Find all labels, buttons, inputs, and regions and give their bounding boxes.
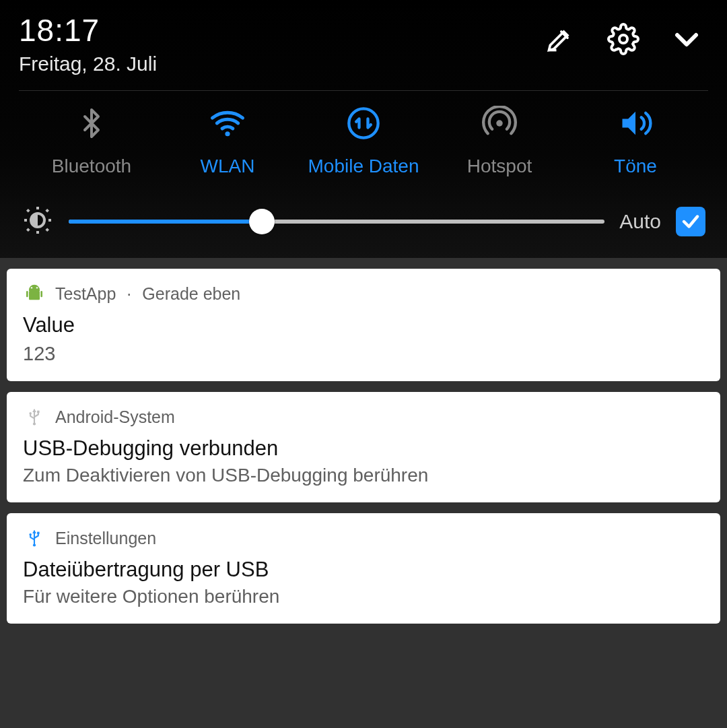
quick-settings-row: Bluetooth WLAN Mobile Daten Hotspot Töne [19, 103, 708, 177]
edit-icon[interactable] [543, 22, 578, 57]
notification-header: Einstellungen [23, 527, 704, 550]
notification-title: Dateiübertragung per USB [23, 558, 704, 582]
svg-point-8 [31, 287, 32, 288]
svg-point-3 [349, 108, 378, 137]
notification-header: TestApp · Gerade eben [23, 282, 704, 305]
notification-body: Für weitere Optionen berühren [23, 586, 704, 607]
usb-icon [23, 527, 46, 550]
notification-title: USB-Debugging verbunden [23, 436, 704, 461]
qs-tile-wlan[interactable]: WLAN [167, 103, 288, 177]
divider [19, 90, 708, 91]
mobile-data-icon [343, 103, 384, 143]
svg-rect-11 [40, 291, 42, 297]
slider-fill [69, 220, 262, 224]
header-icons [543, 12, 708, 57]
brightness-row: Auto [19, 204, 708, 243]
status-time: 18:17 [19, 12, 157, 48]
svg-rect-21 [37, 532, 40, 535]
notification-body: Zum Deaktivieren von USB-Debugging berüh… [23, 465, 704, 486]
qs-label: Mobile Daten [308, 156, 419, 177]
svg-point-18 [33, 543, 36, 546]
clock-block: 18:17 Freitag, 28. Juli [19, 12, 157, 75]
notification-time-label: Gerade eben [142, 284, 240, 304]
svg-point-13 [33, 422, 36, 425]
gear-icon[interactable] [606, 22, 641, 57]
qs-tile-hotspot[interactable]: Hotspot [439, 103, 560, 177]
svg-rect-7 [29, 291, 40, 300]
notification-app-name: Android-System [55, 407, 175, 427]
slider-thumb[interactable] [249, 209, 275, 234]
status-row: 18:17 Freitag, 28. Juli [19, 12, 708, 75]
notification-app-name: Einstellungen [55, 529, 156, 548]
status-date: Freitag, 28. Juli [19, 53, 157, 75]
auto-brightness-label: Auto [619, 210, 661, 233]
qs-label: Hotspot [467, 156, 532, 177]
qs-tile-mobile-data[interactable]: Mobile Daten [303, 103, 424, 177]
android-icon [23, 282, 46, 305]
usb-icon [23, 405, 46, 428]
quick-settings-panel: 18:17 Freitag, 28. Juli Bluetooth [0, 0, 727, 258]
notification-card[interactable]: TestApp · Gerade eben Value 123 [7, 269, 720, 381]
svg-point-9 [36, 287, 38, 288]
notification-area: TestApp · Gerade eben Value 123 Android-… [0, 269, 727, 651]
brightness-icon [22, 204, 54, 239]
svg-point-1 [619, 35, 627, 43]
svg-point-4 [496, 120, 503, 127]
svg-rect-10 [26, 291, 28, 297]
qs-tile-bluetooth[interactable]: Bluetooth [31, 103, 152, 177]
qs-label: WLAN [201, 156, 255, 177]
separator-dot: · [127, 284, 131, 304]
notification-title: Value [23, 313, 704, 337]
notification-header: Android-System [23, 405, 704, 428]
svg-point-20 [29, 533, 32, 536]
svg-point-2 [225, 131, 230, 136]
svg-rect-16 [37, 411, 40, 413]
notification-card[interactable]: Einstellungen Dateiübertragung per USB F… [7, 513, 720, 624]
qs-label: Töne [614, 156, 657, 177]
svg-marker-5 [623, 112, 636, 135]
svg-marker-19 [32, 530, 36, 533]
svg-point-15 [29, 412, 32, 415]
qs-label: Bluetooth [52, 156, 131, 177]
wifi-icon [207, 103, 248, 143]
bluetooth-icon [71, 103, 112, 143]
svg-marker-14 [32, 409, 36, 412]
qs-tile-sound[interactable]: Töne [575, 103, 696, 177]
sound-icon [615, 103, 656, 143]
notification-card[interactable]: Android-System USB-Debugging verbunden Z… [7, 392, 720, 502]
auto-brightness-checkbox[interactable] [676, 207, 705, 236]
hotspot-icon [479, 103, 520, 143]
brightness-slider[interactable] [69, 207, 604, 236]
notification-body: 123 [23, 343, 704, 365]
chevron-down-icon[interactable] [669, 22, 704, 57]
notification-app-name: TestApp [55, 284, 116, 304]
